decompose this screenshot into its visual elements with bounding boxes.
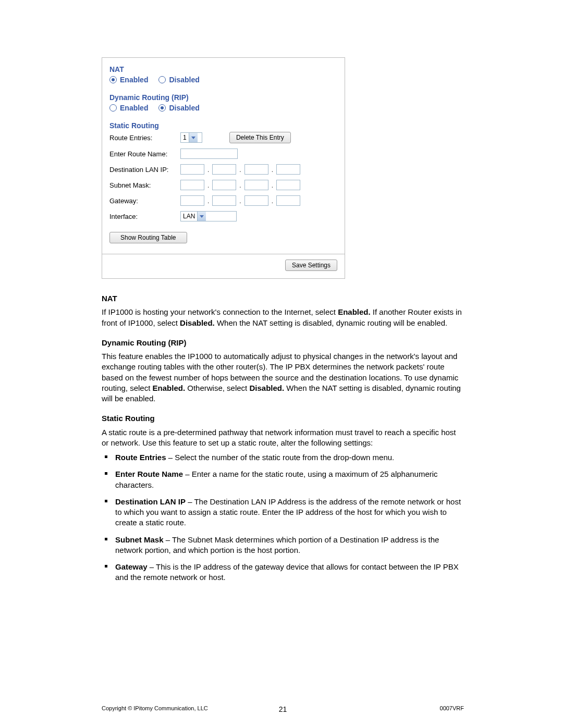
- interface-cell: LAN: [180, 211, 337, 221]
- ip-dot: .: [205, 198, 211, 206]
- gateway-row: . . .: [180, 195, 337, 206]
- static-routing-list: Route Entries – Select the number of the…: [102, 452, 464, 583]
- show-table-row: Show Routing Table: [109, 232, 337, 243]
- route-entries-label: Route Entries:: [109, 134, 177, 142]
- route-entries-value: 1: [183, 134, 189, 141]
- document-body: NAT If IP1000 is hosting your network's …: [102, 293, 464, 583]
- list-item: Gateway – This is the IP address of the …: [115, 562, 464, 583]
- page-number: 21: [102, 705, 464, 713]
- list-item: Subnet Mask – The Subnet Mask determines…: [115, 535, 464, 556]
- ip-dot: .: [237, 166, 243, 175]
- static-routing-title: Static Routing: [109, 121, 337, 130]
- gateway-octet-1[interactable]: [180, 195, 204, 206]
- bold-text: Disabled.: [249, 384, 284, 392]
- rip-enabled-radio[interactable]: [109, 104, 117, 112]
- ip-dot: .: [237, 198, 243, 206]
- ip-dot: .: [270, 182, 275, 190]
- rip-heading: Dynamic Routing (RIP): [102, 338, 464, 348]
- bold-text: Gateway: [115, 562, 148, 571]
- save-settings-button[interactable]: Save Settings: [285, 260, 337, 271]
- route-entries-cell: 1 Delete This Entry: [180, 132, 337, 143]
- interface-value: LAN: [183, 213, 197, 220]
- route-name-label: Enter Route Name:: [109, 150, 177, 158]
- page-footer: Copyright © IPitomy Communication, LLC 2…: [102, 705, 464, 711]
- text-segment: – Select the number of the static route …: [166, 453, 395, 462]
- dest-ip-octet-3[interactable]: [244, 164, 268, 175]
- text-segment: Otherwise, select: [187, 384, 249, 392]
- dest-ip-octet-4[interactable]: [276, 164, 300, 175]
- text-segment: – This is the IP address of the gateway …: [115, 562, 459, 582]
- subnet-octet-3[interactable]: [244, 180, 268, 190]
- bold-text: Destination LAN IP: [115, 497, 186, 506]
- subnet-mask-row: . . .: [180, 180, 337, 190]
- rip-enabled-label: Enabled: [120, 104, 148, 112]
- nat-disabled-label: Disabled: [169, 76, 199, 84]
- nat-enabled-radio[interactable]: [109, 76, 117, 83]
- static-heading: Static Routing: [102, 413, 464, 424]
- subnet-octet-2[interactable]: [212, 180, 236, 190]
- bold-text: Disabled.: [180, 318, 215, 327]
- dest-ip-octet-2[interactable]: [212, 164, 236, 175]
- rip-section-title: Dynamic Routing (RIP): [109, 93, 337, 102]
- bold-text: Route Entries: [115, 453, 166, 462]
- list-item: Destination LAN IP – The Destination LAN…: [115, 497, 464, 528]
- bold-text: Enter Route Name: [115, 470, 183, 478]
- subnet-octet-4[interactable]: [276, 180, 300, 190]
- ip-dot: .: [237, 182, 243, 190]
- text-segment: – The Subnet Mask determines which porti…: [115, 535, 439, 554]
- subnet-octet-1[interactable]: [180, 180, 204, 190]
- router-config-panel: NAT Enabled Disabled Dynamic Routing (RI…: [102, 57, 345, 279]
- show-routing-table-button[interactable]: Show Routing Table: [109, 232, 187, 243]
- gateway-octet-2[interactable]: [212, 195, 236, 206]
- ip-dot: .: [270, 166, 275, 175]
- interface-label: Interface:: [109, 213, 177, 220]
- route-entries-select[interactable]: 1: [180, 132, 202, 143]
- ip-dot: .: [205, 166, 211, 175]
- rip-radio-row: Enabled Disabled: [109, 104, 337, 112]
- gateway-octet-3[interactable]: [244, 195, 268, 206]
- ip-dot: .: [270, 198, 275, 206]
- bold-text: Subnet Mask: [115, 535, 164, 544]
- nat-disabled-radio[interactable]: [158, 76, 166, 83]
- rip-paragraph: This feature enables the IP1000 to autom…: [102, 351, 464, 404]
- bold-text: Enabled.: [153, 384, 186, 392]
- bold-text: Enabled.: [338, 307, 371, 316]
- rip-disabled-label: Disabled: [169, 104, 199, 112]
- nat-section-title: NAT: [109, 65, 337, 73]
- dest-lan-ip-row: . . .: [180, 164, 337, 175]
- list-item: Enter Route Name – Enter a name for the …: [115, 469, 464, 490]
- save-row: Save Settings: [102, 254, 345, 276]
- static-routing-form: Route Entries: 1 Delete This Entry Enter…: [109, 132, 337, 221]
- ip-dot: .: [205, 182, 211, 190]
- route-name-cell: [180, 149, 337, 159]
- route-name-input[interactable]: [180, 149, 238, 159]
- interface-select[interactable]: LAN: [180, 211, 237, 221]
- subnet-mask-label: Subnet Mask:: [109, 181, 177, 189]
- nat-enabled-label: Enabled: [120, 76, 148, 84]
- dest-ip-octet-1[interactable]: [180, 164, 204, 175]
- dropdown-arrow-icon: [197, 212, 206, 221]
- nat-radio-row: Enabled Disabled: [109, 76, 337, 84]
- dest-lan-ip-label: Destination LAN IP:: [109, 166, 177, 174]
- gateway-label: Gateway:: [109, 197, 177, 205]
- list-item: Route Entries – Select the number of the…: [115, 452, 464, 463]
- static-paragraph: A static route is a pre-determined pathw…: [102, 427, 464, 449]
- gateway-octet-4[interactable]: [276, 195, 300, 206]
- dropdown-arrow-icon: [189, 133, 198, 142]
- nat-paragraph: If IP1000 is hosting your network's conn…: [102, 307, 464, 328]
- text-segment: If IP1000 is hosting your network's conn…: [102, 307, 338, 316]
- text-segment: When the NAT setting is disabled, dynami…: [217, 318, 447, 327]
- document-page: NAT Enabled Disabled Dynamic Routing (RI…: [0, 0, 563, 728]
- nat-heading: NAT: [102, 293, 464, 304]
- rip-disabled-radio[interactable]: [158, 104, 166, 112]
- delete-entry-button[interactable]: Delete This Entry: [229, 132, 291, 143]
